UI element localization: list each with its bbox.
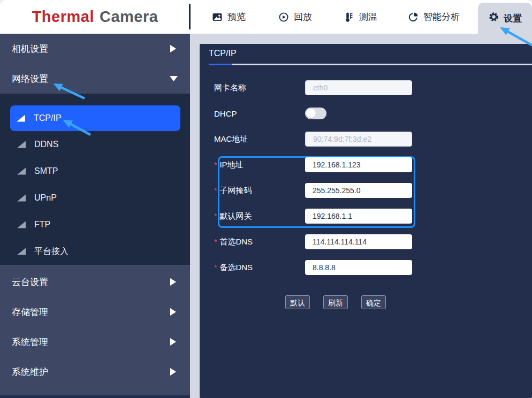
sidebar-item-upnp[interactable]: UPnP (0, 185, 190, 211)
group-label: 相机设置 (12, 43, 48, 55)
settings-tab-label: 设置 (504, 12, 522, 25)
nav-tab-settings-active[interactable]: 设置 (478, 3, 532, 34)
secondary-dns-input[interactable] (305, 260, 412, 275)
form-row-secondary-dns: *备选DNS (214, 260, 412, 275)
default-button[interactable]: 默认 (285, 295, 310, 309)
sidebar-item-ftp[interactable]: FTP (0, 211, 190, 238)
gear-icon (488, 11, 499, 25)
nav-tab-label: 预览 (227, 11, 246, 23)
nav-tab-smart-analysis[interactable]: 智能分析 (408, 0, 460, 34)
sidebar-bottom-groups: 云台设置 存储管理 系统管理 系统维护 (0, 265, 190, 387)
required-mark: * (214, 212, 217, 220)
form-row-default-gateway: *默认网关 (214, 209, 412, 224)
nav-tab-thermometry[interactable]: 测温 (344, 0, 377, 34)
ip-address-input[interactable] (305, 157, 412, 172)
app-header: Thermal Camera 预览 回放 测温 智能分析 (0, 0, 532, 34)
thermometer-icon (344, 12, 354, 22)
form-row-subnet-mask: *子网掩码 (214, 183, 412, 198)
nav-tab-label: 测温 (359, 11, 377, 23)
group-label: 网络设置 (12, 73, 48, 85)
tab-underline-active-segment (209, 64, 232, 65)
refresh-button[interactable]: 刷新 (323, 295, 348, 309)
chevron-right-icon (170, 338, 176, 346)
field-label: *备选DNS (214, 263, 305, 273)
sidebar-group-camera-settings[interactable]: 相机设置 (0, 34, 190, 64)
sidebar-item-smtp[interactable]: SMTP (0, 158, 190, 185)
toggle-knob (306, 109, 316, 118)
logo-word-camera: Camera (100, 8, 158, 26)
sidebar-group-network-settings[interactable]: 网络设置 (0, 64, 190, 94)
required-mark: * (214, 263, 217, 272)
ok-button[interactable]: 确定 (361, 295, 386, 309)
sidebar-group-storage-management[interactable]: 存储管理 (0, 297, 190, 327)
field-label: MAC地址 (214, 134, 305, 144)
required-mark: * (214, 160, 217, 169)
mac-address-input (305, 132, 412, 147)
network-settings-submenu: TCP/IP DDNS SMTP UPnP FTP 平台接入 (0, 94, 190, 265)
sidebar-item-ddns[interactable]: DDNS (0, 131, 190, 158)
chevron-right-icon (170, 368, 176, 376)
form-row-mac-address: MAC地址 (214, 132, 412, 147)
nav-tab-playback[interactable]: 回放 (278, 0, 312, 34)
sidebar-item-tcpip[interactable]: TCP/IP (10, 105, 180, 131)
corner-triangle-icon (17, 168, 26, 175)
corner-triangle-icon (17, 248, 26, 255)
sidebar-item-label: TCP/IP (34, 113, 62, 123)
sidebar-item-label: UPnP (34, 193, 57, 203)
group-label: 存储管理 (12, 306, 48, 318)
tcpip-settings-panel: TCP/IP 网卡名称 DHCP MAC地址 *IP地址 *子网掩码 *默认网关 (200, 44, 532, 398)
group-label: 云台设置 (12, 276, 48, 288)
form-row-primary-dns: *首选DNS (214, 234, 412, 249)
group-label: 系统维护 (12, 366, 48, 378)
required-mark: * (214, 186, 217, 195)
nic-name-input (305, 80, 412, 95)
nav-tab-label: 回放 (294, 11, 312, 23)
sidebar-group-system-maintenance[interactable]: 系统维护 (0, 357, 190, 387)
chevron-right-icon (170, 278, 176, 286)
form-row-nic-name: 网卡名称 (214, 80, 412, 95)
preview-image-icon (212, 12, 223, 22)
subnet-mask-input[interactable] (305, 183, 412, 198)
app-logo: Thermal Camera (0, 0, 190, 34)
playback-icon (278, 12, 289, 22)
field-label: *IP地址 (214, 160, 305, 170)
sidebar-group-ptz-settings[interactable]: 云台设置 (0, 267, 190, 297)
default-gateway-input[interactable] (305, 209, 412, 224)
field-label: *默认网关 (214, 211, 305, 221)
primary-dns-input[interactable] (305, 234, 412, 249)
group-label: 系统管理 (12, 336, 48, 348)
form-row-dhcp: DHCP (214, 106, 326, 121)
nav-tab-preview[interactable]: 预览 (212, 0, 246, 34)
analysis-pie-icon (408, 12, 419, 22)
tab-underline (209, 64, 532, 65)
corner-triangle-icon (17, 141, 26, 148)
dhcp-toggle[interactable] (305, 108, 326, 119)
chevron-down-icon (170, 76, 178, 81)
field-label: 网卡名称 (214, 83, 305, 93)
nav-tab-label: 智能分析 (423, 11, 460, 23)
field-label: *首选DNS (214, 237, 305, 247)
panel-tab-title[interactable]: TCP/IP (209, 49, 237, 58)
field-label: DHCP (214, 109, 305, 118)
form-row-ip-address: *IP地址 (214, 157, 412, 172)
corner-triangle-icon (17, 115, 25, 122)
sidebar-item-label: 平台接入 (34, 246, 69, 257)
corner-triangle-icon (17, 195, 26, 202)
corner-triangle-icon (17, 221, 26, 228)
sidebar-item-label: DDNS (34, 140, 58, 149)
field-label: *子网掩码 (214, 186, 305, 196)
chevron-right-icon (170, 308, 176, 316)
sidebar-item-platform-access[interactable]: 平台接入 (0, 238, 190, 265)
sidebar-item-label: FTP (34, 220, 50, 229)
chevron-right-icon (170, 45, 176, 52)
header-divider (189, 4, 191, 29)
sidebar-item-label: SMTP (34, 166, 58, 176)
required-mark: * (214, 238, 217, 246)
sidebar-group-system-management[interactable]: 系统管理 (0, 327, 190, 357)
settings-sidebar: 相机设置 网络设置 TCP/IP DDNS SMTP UPnP (0, 34, 190, 398)
logo-word-thermal: Thermal (32, 8, 94, 26)
thermal-camera-settings-page: Thermal Camera 预览 回放 测温 智能分析 (0, 0, 532, 398)
